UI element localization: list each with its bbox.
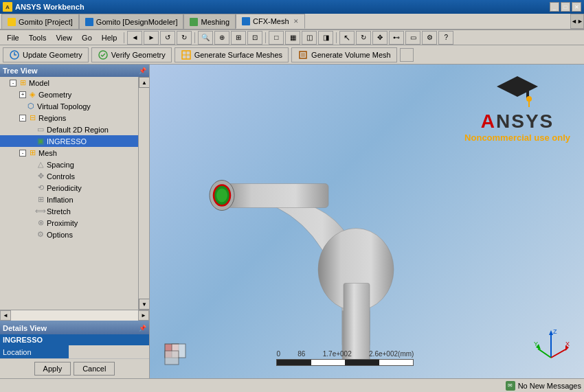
tree-scrollbar[interactable]: ▲ ▼ bbox=[138, 77, 149, 310]
tree-view-pin[interactable]: 📌 bbox=[139, 67, 146, 74]
toolbar-zoom-out[interactable]: 🔍 bbox=[198, 31, 213, 45]
toolbar-cursor[interactable]: ↖ bbox=[339, 31, 355, 45]
tree-item-regions[interactable]: - ⊟ Regions bbox=[0, 112, 138, 124]
toolbar-back[interactable]: ◄ bbox=[127, 31, 142, 45]
tree-item-default2d[interactable]: ▭ Default 2D Region bbox=[0, 124, 138, 135]
update-geometry-label: Update Geometry bbox=[23, 51, 82, 59]
tab-cfxmesh[interactable]: CFX-Mesh ✕ bbox=[236, 14, 305, 29]
viewport[interactable]: ANSYS Noncommercial use only bbox=[150, 65, 584, 378]
tree-item-mesh[interactable]: - ⊞ Mesh bbox=[0, 147, 138, 159]
tree-item-geometry[interactable]: + ◈ Geometry bbox=[0, 89, 138, 100]
scale-bar: 0 86 1.7e+002 2.6e+002(mm) bbox=[276, 350, 414, 366]
maximize-button[interactable]: □ bbox=[561, 2, 570, 12]
extra-button[interactable] bbox=[400, 48, 414, 62]
model-icon: ⊞ bbox=[18, 78, 27, 88]
tab-label-cfxmesh: CFX-Mesh bbox=[253, 17, 289, 25]
h-scroll-left[interactable]: ◄ bbox=[0, 310, 11, 321]
tree-label-inflation: Inflation bbox=[47, 196, 74, 204]
menu-file[interactable]: File bbox=[3, 32, 23, 43]
tree-item-virtual-topology[interactable]: ⬡ Virtual Topology bbox=[0, 100, 138, 112]
tab-icon-meshing bbox=[190, 18, 198, 26]
toolbar-redo[interactable]: ↻ bbox=[177, 31, 192, 45]
toolbar-help[interactable]: ? bbox=[438, 31, 453, 45]
toolbar-select4[interactable]: ◨ bbox=[318, 31, 333, 45]
toolbar-zoom-sel[interactable]: ⊡ bbox=[247, 31, 262, 45]
toolbar-rotate[interactable]: ↻ bbox=[356, 31, 371, 45]
svg-line-20 bbox=[538, 349, 551, 358]
window-controls[interactable]: _ □ ✕ bbox=[550, 2, 581, 12]
update-geometry-button[interactable]: Update Geometry bbox=[3, 47, 89, 62]
details-value-location[interactable] bbox=[69, 351, 149, 354]
scale-labels: 0 86 1.7e+002 2.6e+002(mm) bbox=[276, 350, 414, 358]
tree-label-regions: Regions bbox=[38, 114, 66, 122]
tree-item-inflation[interactable]: ⊞ Inflation bbox=[0, 194, 138, 205]
apply-button[interactable]: Apply bbox=[34, 362, 71, 376]
menu-view[interactable]: View bbox=[52, 32, 76, 43]
coordinate-axes: Z Y X bbox=[532, 327, 570, 365]
toolbar-forward[interactable]: ► bbox=[144, 31, 159, 45]
update-geometry-icon bbox=[9, 49, 20, 60]
tree-item-controls[interactable]: ✥ Controls bbox=[0, 170, 138, 182]
minimize-button[interactable]: _ bbox=[550, 2, 559, 12]
tab-nav-button[interactable]: ◄► bbox=[570, 14, 584, 29]
close-button[interactable]: ✕ bbox=[572, 2, 581, 12]
status-text: No New Messages bbox=[518, 382, 581, 390]
expander-geometry[interactable]: + bbox=[19, 91, 26, 98]
expander-regions[interactable]: - bbox=[19, 115, 26, 122]
scroll-up-button[interactable]: ▲ bbox=[139, 77, 149, 88]
tree-label-stretch: Stretch bbox=[47, 207, 71, 216]
generate-volume-mesh-button[interactable]: Generate Volume Mesh bbox=[291, 47, 397, 62]
menu-tools[interactable]: Tools bbox=[25, 32, 51, 43]
h-scroll-right[interactable]: ► bbox=[138, 310, 149, 321]
tree-h-scroll[interactable]: ◄ ► bbox=[0, 310, 149, 321]
corner-cube bbox=[164, 343, 188, 368]
scroll-down-button[interactable]: ▼ bbox=[139, 299, 149, 310]
expander-mesh[interactable]: - bbox=[19, 150, 26, 157]
main-area: Tree View 📌 - ⊞ Model + ◈ Geometry bbox=[0, 65, 584, 378]
verify-geometry-button[interactable]: Verify Geometry bbox=[91, 47, 172, 62]
toolbar-zoom-fit[interactable]: ⊞ bbox=[231, 31, 246, 45]
tree-item-spacing[interactable]: △ Spacing bbox=[0, 159, 138, 170]
toolbar-pan[interactable]: ✥ bbox=[372, 31, 388, 45]
svg-rect-28 bbox=[165, 351, 179, 365]
menu-bar: File Tools View Go Help ◄ ► ↺ ↻ 🔍 ⊕ ⊞ ⊡ … bbox=[0, 30, 584, 45]
title-bar-text: ANSYS Workbench bbox=[15, 3, 85, 11]
details-pin[interactable]: 📌 bbox=[139, 325, 146, 332]
toolbar-settings[interactable]: ⚙ bbox=[422, 31, 437, 45]
menu-help[interactable]: Help bbox=[98, 32, 122, 43]
tree-label-proximity: Proximity bbox=[47, 219, 78, 227]
tree-item-ingresso[interactable]: ▣ INGRESSO bbox=[0, 135, 138, 147]
svg-text:Y: Y bbox=[534, 341, 538, 347]
toolbar-select1[interactable]: □ bbox=[269, 31, 284, 45]
scale-seg-1 bbox=[277, 360, 311, 365]
tree-view-title: Tree View bbox=[3, 67, 38, 75]
cancel-button[interactable]: Cancel bbox=[74, 362, 115, 376]
menu-go[interactable]: Go bbox=[78, 32, 96, 43]
expander-model[interactable]: - bbox=[10, 80, 16, 87]
toolbar-select2[interactable]: ▦ bbox=[285, 31, 300, 45]
tab-close-cfxmesh[interactable]: ✕ bbox=[293, 18, 299, 25]
tree-item-stretch[interactable]: ⟺ Stretch bbox=[0, 205, 138, 217]
scale-label-260: 2.6e+002(mm) bbox=[369, 350, 414, 358]
tree-item-model[interactable]: - ⊞ Model bbox=[0, 77, 138, 89]
stretch-icon: ⟺ bbox=[36, 207, 45, 216]
toolbar-undo[interactable]: ↺ bbox=[160, 31, 175, 45]
toolbar-measure[interactable]: ⊷ bbox=[389, 31, 404, 45]
tree-item-proximity[interactable]: ⊗ Proximity bbox=[0, 217, 138, 229]
tab-project[interactable]: Gomito [Project] bbox=[1, 14, 79, 29]
generate-volume-mesh-label: Generate Volume Mesh bbox=[311, 51, 391, 59]
tab-designmodeler[interactable]: Gomito [DesignModeler] bbox=[79, 14, 184, 29]
toolbar-box[interactable]: ▭ bbox=[405, 31, 420, 45]
status-icon: ✉ bbox=[506, 381, 515, 391]
svg-rect-12 bbox=[218, 184, 328, 208]
generate-surface-meshes-button[interactable]: Generate Surface Meshes bbox=[175, 47, 289, 62]
tree-item-periodicity[interactable]: ⟲ Periodicity bbox=[0, 182, 138, 194]
toolbar-select3[interactable]: ◫ bbox=[302, 31, 317, 45]
toolbar-zoom-in[interactable]: ⊕ bbox=[214, 31, 229, 45]
tree-label-ingresso: INGRESSO bbox=[47, 137, 87, 146]
tab-meshing[interactable]: Meshing bbox=[183, 14, 236, 29]
scale-label-0: 0 bbox=[276, 350, 280, 358]
tree-item-options[interactable]: ⚙ Options bbox=[0, 229, 138, 240]
inflation-icon: ⊞ bbox=[36, 195, 45, 205]
corner-cube-svg bbox=[164, 343, 188, 367]
